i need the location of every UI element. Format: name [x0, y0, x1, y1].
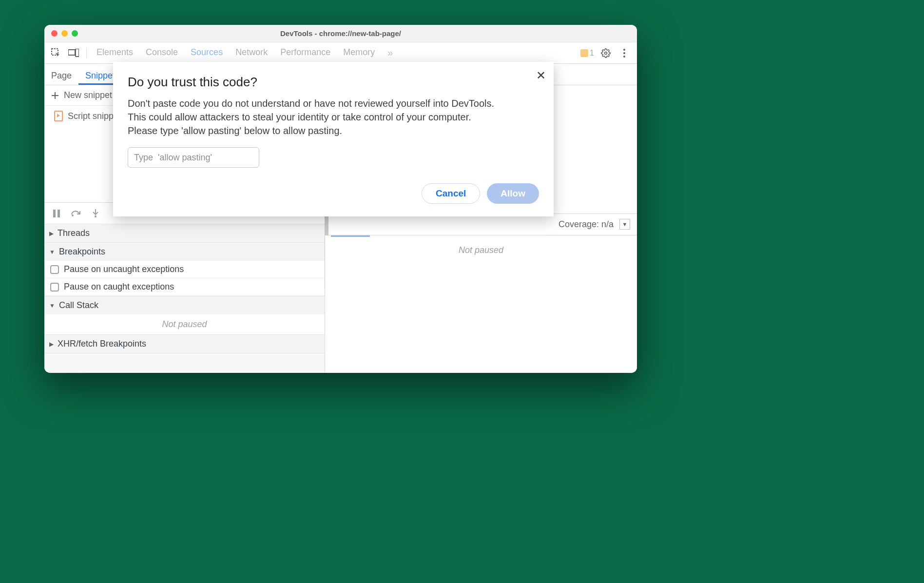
titlebar: DevTools - chrome://new-tab-page/: [44, 25, 637, 42]
panel-tabs: Elements Console Sources Network Perform…: [92, 47, 578, 58]
active-section-indicator: [331, 235, 370, 237]
svg-point-6: [623, 56, 625, 58]
callstack-section[interactable]: ▼ Call Stack: [44, 296, 325, 314]
xhr-label: XHR/fetch Breakpoints: [58, 339, 146, 349]
inspect-element-icon[interactable]: [48, 45, 64, 61]
tab-memory[interactable]: Memory: [343, 47, 375, 58]
svg-point-3: [605, 52, 607, 54]
svg-point-5: [623, 52, 625, 54]
svg-rect-8: [58, 210, 60, 217]
watch-not-paused: Not paused: [459, 245, 503, 255]
checkbox-icon[interactable]: [50, 265, 59, 274]
warnings-badge[interactable]: 1: [580, 49, 594, 58]
tab-network[interactable]: Network: [235, 47, 268, 58]
breakpoints-label: Breakpoints: [59, 247, 105, 257]
breakpoints-section[interactable]: ▼ Breakpoints: [44, 243, 325, 261]
pause-uncaught-row[interactable]: Pause on uncaught exceptions: [44, 261, 325, 278]
collapsed-icon: ▶: [49, 230, 54, 237]
watch-pane: Not paused: [325, 235, 637, 373]
expanded-icon: ▼: [49, 302, 55, 309]
pause-uncaught-label: Pause on uncaught exceptions: [64, 264, 184, 274]
svg-rect-2: [76, 49, 79, 57]
warning-icon: [580, 49, 588, 57]
devtools-window: DevTools - chrome://new-tab-page/ Elemen…: [44, 25, 637, 373]
editor-statusbar: Coverage: n/a ▼: [325, 214, 637, 235]
svg-point-10: [95, 215, 96, 217]
tab-elements[interactable]: Elements: [96, 47, 133, 58]
more-options-icon[interactable]: [617, 46, 631, 60]
coverage-dropdown-icon[interactable]: ▼: [619, 219, 630, 230]
close-icon[interactable]: ✕: [536, 69, 546, 82]
svg-point-9: [72, 214, 74, 216]
close-window-button[interactable]: [51, 30, 58, 37]
tab-console[interactable]: Console: [146, 47, 178, 58]
allow-pasting-input[interactable]: [128, 147, 259, 168]
more-tabs-icon[interactable]: »: [387, 47, 393, 58]
step-into-icon[interactable]: [90, 208, 101, 219]
device-toolbar-icon[interactable]: [66, 45, 81, 61]
new-snippet-label: New snippet: [64, 90, 112, 100]
svg-point-4: [623, 49, 625, 51]
subtab-page[interactable]: Page: [44, 66, 78, 85]
callstack-not-paused: Not paused: [44, 314, 325, 334]
threads-section[interactable]: ▶ Threads: [44, 224, 325, 242]
minimize-window-button[interactable]: [61, 30, 68, 37]
snippet-file-icon: [54, 111, 63, 121]
step-over-icon[interactable]: [71, 208, 81, 219]
maximize-window-button[interactable]: [72, 30, 78, 37]
cancel-button[interactable]: Cancel: [422, 183, 480, 204]
dialog-body: Don't paste code you do not understand o…: [128, 97, 498, 137]
tab-sources[interactable]: Sources: [191, 47, 223, 58]
callstack-label: Call Stack: [59, 300, 98, 311]
pause-caught-label: Pause on caught exceptions: [64, 282, 174, 292]
allow-button[interactable]: Allow: [487, 183, 539, 204]
pause-icon[interactable]: [51, 208, 62, 219]
checkbox-icon[interactable]: [50, 283, 59, 292]
xhr-section[interactable]: ▶ XHR/fetch Breakpoints: [44, 335, 325, 353]
separator: [86, 48, 87, 58]
svg-rect-1: [68, 50, 75, 55]
tab-performance[interactable]: Performance: [280, 47, 330, 58]
threads-label: Threads: [58, 228, 90, 238]
warning-count: 1: [590, 49, 594, 58]
debugger-panel: ▶ Threads ▼ Breakpoints Pause on uncaugh…: [44, 202, 325, 373]
window-controls: [44, 30, 78, 37]
settings-icon[interactable]: [599, 46, 613, 60]
trust-code-dialog: ✕ Do you trust this code? Don't paste co…: [113, 62, 554, 216]
expanded-icon: ▼: [49, 249, 55, 255]
plus-icon: [51, 92, 59, 99]
dialog-title: Do you trust this code?: [128, 75, 539, 90]
main-tabbar: Elements Console Sources Network Perform…: [44, 42, 637, 64]
svg-rect-7: [53, 210, 56, 217]
window-title: DevTools - chrome://new-tab-page/: [44, 29, 637, 38]
collapsed-icon: ▶: [49, 341, 54, 348]
coverage-label: Coverage: n/a: [558, 219, 614, 230]
pause-caught-row[interactable]: Pause on caught exceptions: [44, 278, 325, 296]
